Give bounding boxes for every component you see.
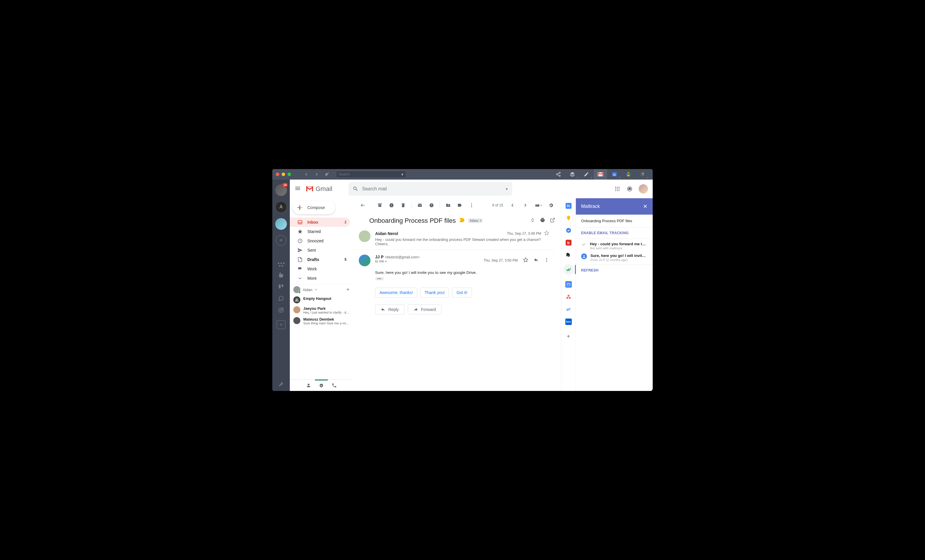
- mailtrack-item-0[interactable]: Hey - could you forward me the on...Not …: [576, 239, 653, 251]
- hangout-item-2[interactable]: Mateusz DembekSure thing man! Give me a …: [290, 315, 353, 326]
- notifications-icon[interactable]: [627, 186, 633, 192]
- print-icon[interactable]: [540, 218, 545, 224]
- labels-icon[interactable]: [455, 200, 465, 210]
- hangouts-chat-icon[interactable]: 99: [315, 380, 328, 391]
- archive-icon[interactable]: [375, 200, 385, 210]
- edit-icon[interactable]: ▾: [580, 169, 593, 180]
- star-icon[interactable]: [523, 257, 528, 264]
- hangouts-new[interactable]: +: [346, 287, 350, 293]
- addon-gif[interactable]: gif: [566, 306, 571, 312]
- importance-marker-icon[interactable]: [459, 218, 464, 223]
- nav-work[interactable]: Work: [290, 264, 350, 273]
- shift-search-input[interactable]: [339, 172, 401, 176]
- hangouts-contacts-icon[interactable]: [302, 380, 315, 391]
- evernote-icon[interactable]: [278, 272, 284, 278]
- nav-drafts[interactable]: Drafts 5: [290, 255, 350, 264]
- message-collapsed[interactable]: Aidan Nerol Thu, Sep 27, 3:49 PM Hey - c…: [353, 227, 555, 250]
- search-options-icon[interactable]: ▼: [505, 188, 508, 191]
- gmail-search[interactable]: ▼: [348, 182, 512, 196]
- addon-calendar[interactable]: 31: [566, 203, 571, 209]
- older-icon[interactable]: [520, 200, 530, 210]
- label-chip-inbox[interactable]: Inbox×: [468, 218, 483, 223]
- close-window[interactable]: [276, 173, 279, 176]
- mailtrack-item-1[interactable]: Sure, here you go! I will invite yo...Fr…: [576, 251, 653, 262]
- report-spam-icon[interactable]: !: [386, 200, 397, 210]
- mute-icon[interactable]: [323, 170, 331, 179]
- account-avatar[interactable]: [639, 184, 648, 194]
- addon-calendar-2[interactable]: [565, 281, 572, 288]
- reply-button[interactable]: Reply: [375, 305, 404, 314]
- addon-get-addons[interactable]: +: [567, 333, 570, 340]
- smart-reply-0[interactable]: Awesome, thanks!: [375, 288, 417, 297]
- nav-sent[interactable]: Sent: [290, 246, 350, 255]
- nav-more[interactable]: More: [290, 273, 350, 283]
- addon-asana[interactable]: [566, 294, 571, 300]
- forward-button[interactable]: Forward: [408, 305, 441, 314]
- star-icon[interactable]: [544, 230, 549, 237]
- addon-tasks[interactable]: [566, 227, 571, 233]
- layers-icon[interactable]: ▾: [566, 169, 579, 180]
- smart-reply-2[interactable]: Got it!: [452, 288, 472, 297]
- nav-starred[interactable]: Starred: [290, 227, 350, 236]
- mailtrack-refresh[interactable]: REFRESH: [576, 265, 653, 276]
- share-icon[interactable]: [551, 169, 565, 180]
- settings-gear-icon[interactable]: [546, 200, 556, 210]
- workspace-avatar-1[interactable]: 14: [275, 184, 287, 196]
- trello-icon[interactable]: [278, 284, 284, 290]
- mailtrack-enable-tracking[interactable]: ENABLE EMAIL TRACKING: [576, 227, 653, 239]
- nav-snoozed[interactable]: Snoozed: [290, 236, 350, 246]
- hangouts-call-icon[interactable]: [328, 380, 340, 391]
- main-menu-icon[interactable]: [294, 185, 301, 193]
- compose-button[interactable]: Compose: [292, 201, 335, 215]
- delete-icon[interactable]: [398, 200, 408, 210]
- add-workspace[interactable]: +: [276, 235, 286, 246]
- gmail-logo[interactable]: Gmail: [306, 185, 332, 193]
- popout-icon[interactable]: [550, 218, 555, 224]
- smart-reply-1[interactable]: Thank you!: [420, 288, 449, 297]
- maximize-window[interactable]: [288, 173, 291, 176]
- photos-app-icon[interactable]: ▾: [636, 169, 649, 180]
- snooze-icon[interactable]: [426, 200, 437, 210]
- hangout-item-0[interactable]: Empty Hangout: [290, 295, 353, 305]
- hangout-item-1[interactable]: Jaeyou ParkHey, I just wanted to clarify…: [290, 305, 353, 315]
- whatsapp-icon[interactable]: [278, 295, 284, 302]
- more-icon[interactable]: [544, 257, 549, 264]
- to-line[interactable]: to me ▼: [375, 259, 479, 263]
- newer-icon[interactable]: [507, 200, 518, 210]
- workspace-avatar-2[interactable]: A: [275, 201, 287, 213]
- nav-back[interactable]: [302, 170, 310, 179]
- workspace-avatar-3[interactable]: [275, 218, 287, 230]
- calendar-app-icon[interactable]: 31▾: [608, 169, 621, 180]
- addon-mailtrack[interactable]: [566, 267, 571, 272]
- show-trimmed-icon[interactable]: •••: [375, 277, 384, 280]
- expand-all-icon[interactable]: [530, 218, 535, 224]
- remove-label-icon[interactable]: ×: [479, 219, 482, 223]
- show-details-icon[interactable]: ▼: [385, 260, 387, 263]
- apps-grid-icon[interactable]: [614, 186, 621, 192]
- settings-wrench-icon[interactable]: [278, 381, 284, 387]
- add-app[interactable]: +: [277, 320, 285, 329]
- addon-keep[interactable]: [566, 215, 571, 221]
- hangouts-status-dropdown[interactable]: ▼: [315, 288, 317, 291]
- back-to-inbox[interactable]: [358, 200, 368, 210]
- minimize-window[interactable]: [282, 173, 285, 176]
- addon-boomerang[interactable]: b: [566, 240, 571, 246]
- reply-icon[interactable]: [533, 257, 539, 264]
- input-tools-icon[interactable]: ▾: [533, 200, 544, 210]
- more-actions-icon[interactable]: [466, 200, 477, 210]
- move-to-icon[interactable]: [443, 200, 453, 210]
- search-dropdown-icon[interactable]: ▾: [401, 172, 404, 177]
- addon-box[interactable]: box: [565, 318, 572, 325]
- hangouts-user-avatar[interactable]: [293, 286, 300, 293]
- nav-forward[interactable]: [313, 170, 321, 179]
- instagram-icon[interactable]: [278, 307, 284, 313]
- gmail-search-input[interactable]: [362, 186, 502, 192]
- addon-evernote[interactable]: [566, 252, 571, 258]
- shift-menu-dots[interactable]: [278, 263, 285, 267]
- mark-unread-icon[interactable]: [414, 200, 425, 210]
- drive-app-icon[interactable]: [622, 169, 635, 180]
- shift-search[interactable]: ▾: [336, 171, 406, 178]
- nav-inbox[interactable]: Inbox 2: [290, 218, 350, 227]
- gmail-app-icon[interactable]: [594, 169, 607, 180]
- close-icon[interactable]: ✕: [643, 203, 648, 210]
